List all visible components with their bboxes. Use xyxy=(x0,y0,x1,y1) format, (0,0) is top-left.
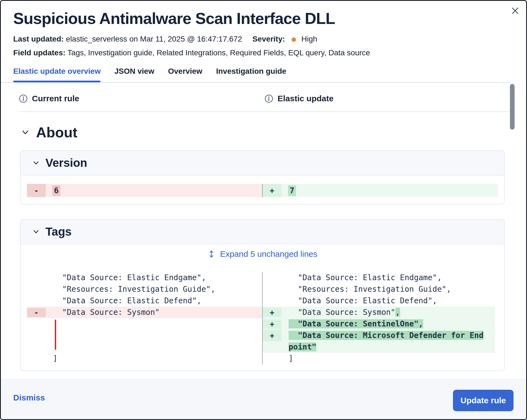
added-token-highlight: , xyxy=(395,308,400,317)
tab-overview[interactable]: Overview xyxy=(168,67,202,82)
version-old-value: 6 xyxy=(52,185,60,196)
tab-json-view[interactable]: JSON view xyxy=(114,67,154,82)
diff-line-added: + "Data Source: Sysmon", xyxy=(263,307,495,318)
tab-elastic-update-overview[interactable]: Elastic update overview xyxy=(13,67,100,82)
page-title: Suspicious Antimalware Scan Interface DL… xyxy=(13,9,335,28)
update-rule-button[interactable]: Update rule xyxy=(453,390,514,411)
diff-line: "Resources: Investigation Guide", xyxy=(263,283,495,295)
vertical-scrollbar-thumb[interactable] xyxy=(510,84,515,130)
dismiss-button[interactable]: Dismiss xyxy=(13,393,45,402)
version-new-value-cell: 7 xyxy=(281,184,498,197)
line-text: "Data Source: Sysmon", xyxy=(281,307,495,318)
severity-high-dot-icon xyxy=(292,37,296,42)
close-icon xyxy=(511,7,519,15)
severity-label: Severity: xyxy=(252,35,285,43)
current-rule-header-label: Current rule xyxy=(32,94,79,103)
tags-accordion-toggle[interactable]: Tags xyxy=(21,220,504,244)
line-text: "Data Source: Elastic Defend", xyxy=(281,295,495,307)
tab-investigation-guide[interactable]: Investigation guide xyxy=(216,67,286,82)
added-token-highlight: "Data Source: SentinelOne", xyxy=(289,319,423,328)
chevron-down-icon xyxy=(32,159,40,167)
rule-update-flyout: Suspicious Antimalware Scan Interface DL… xyxy=(0,0,527,420)
line-text: "Data Source: Elastic Defend", xyxy=(46,295,262,307)
diff-line-removed: - "Data Source: Sysmon" xyxy=(27,307,262,318)
diff-line: "Data Source: Elastic Endgame", xyxy=(263,272,495,283)
diff-line: "Resources: Investigation Guide", xyxy=(27,283,262,295)
field-updates-value: Tags, Investigation guide, Related Integ… xyxy=(67,48,370,57)
about-accordion-toggle[interactable]: About xyxy=(21,124,77,141)
version-diff-row: - 6 + 7 xyxy=(27,184,498,197)
version-old-value-cell: 6 xyxy=(46,184,262,197)
chevron-down-icon xyxy=(21,128,30,137)
column-headers-divider xyxy=(19,111,509,112)
flyout-footer: Dismiss Update rule xyxy=(1,379,526,419)
diff-line: ] xyxy=(263,353,495,364)
version-diff-body: - 6 + 7 xyxy=(21,184,504,197)
added-marker: + xyxy=(263,184,281,197)
field-updates-label: Field updates: xyxy=(13,48,66,57)
deletion-position-bar xyxy=(55,320,56,350)
last-updated-value: elastic_serverless on Mar 11, 2025 @ 16:… xyxy=(66,35,242,43)
current-rule-column-header: Current rule xyxy=(19,94,79,103)
expand-vertical-icon xyxy=(207,250,216,258)
severity-value: High xyxy=(301,35,317,43)
diff-line-added: + "Data Source: SentinelOne", xyxy=(263,318,495,330)
tags-section-title: Tags xyxy=(45,225,72,238)
about-section-title: About xyxy=(36,124,77,141)
tags-diff-code: "Data Source: Elastic Endgame", "Resourc… xyxy=(27,272,495,364)
removed-marker: - xyxy=(27,308,46,317)
line-text: "Resources: Investigation Guide", xyxy=(46,283,262,295)
removed-gap-block xyxy=(27,318,262,353)
line-text: ] xyxy=(281,353,495,364)
tags-panel: Tags Expand 5 unchanged lines "Data Sour… xyxy=(20,219,505,371)
diff-line: "Data Source: Elastic Defend", xyxy=(263,295,495,307)
elastic-update-column-header: Elastic update xyxy=(265,94,333,103)
version-accordion-toggle[interactable]: Version xyxy=(21,151,504,176)
added-marker: + xyxy=(263,320,281,329)
line-text: "Data Source: Sysmon" xyxy=(46,307,262,318)
version-new-value: 7 xyxy=(288,185,296,196)
expand-link-label: Expand 5 unchanged lines xyxy=(220,249,317,259)
tabs-bottom-border xyxy=(1,82,510,83)
line-text: "Data Source: Microsoft Defender for End… xyxy=(281,330,485,353)
line-text: "Data Source: Elastic Endgame", xyxy=(46,272,262,283)
diff-line-added: + "Data Source: Microsoft Defender for E… xyxy=(263,330,495,353)
close-button[interactable] xyxy=(509,5,521,17)
last-updated-label: Last updated: xyxy=(13,35,64,43)
diff-line: "Data Source: Elastic Endgame", xyxy=(27,272,262,283)
version-section-title: Version xyxy=(45,156,87,170)
added-marker: + xyxy=(263,330,281,341)
removed-marker: - xyxy=(27,184,46,197)
info-icon[interactable] xyxy=(19,94,28,103)
line-text: "Data Source: Elastic Endgame", xyxy=(281,272,495,283)
line-text: ] xyxy=(46,353,262,364)
tab-bar: Elastic update overview JSON view Overvi… xyxy=(13,67,286,82)
added-token-highlight: "Data Source: Microsoft Defender for End… xyxy=(289,331,483,351)
field-updates-line: Field updates: Tags, Investigation guide… xyxy=(13,48,370,58)
last-updated-line: Last updated: elastic_serverless on Mar … xyxy=(13,34,317,44)
chevron-down-icon xyxy=(32,228,40,236)
elastic-update-header-label: Elastic update xyxy=(278,94,333,103)
version-panel: Version - 6 + 7 xyxy=(20,150,505,204)
added-marker: + xyxy=(263,308,281,317)
diff-right-column: "Data Source: Elastic Endgame", "Resourc… xyxy=(263,272,495,364)
diff-left-column: "Data Source: Elastic Endgame", "Resourc… xyxy=(27,272,262,364)
diff-line: ] xyxy=(27,353,262,364)
info-icon[interactable] xyxy=(265,94,273,103)
expand-unchanged-lines-link[interactable]: Expand 5 unchanged lines xyxy=(21,249,504,259)
line-text: "Resources: Investigation Guide", xyxy=(281,283,495,295)
diff-line: "Data Source: Elastic Defend", xyxy=(27,295,262,307)
line-text: "Data Source: SentinelOne", xyxy=(281,318,495,330)
